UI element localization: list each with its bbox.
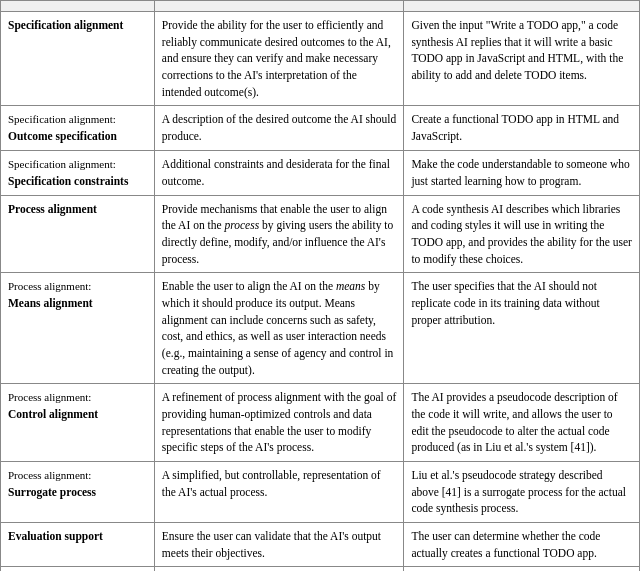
- term-prefix: Specification alignment:: [8, 158, 116, 170]
- example-text: The AI provides a pseudocode description…: [411, 391, 617, 453]
- example-cell: Liu et al.'s pseudocode strategy describ…: [404, 461, 640, 522]
- term-main: Evaluation support: [8, 530, 103, 542]
- term-cell: Specification alignment: [1, 12, 155, 106]
- definition-cell: Enable the user to align the AI on the m…: [154, 273, 404, 384]
- table-row: Specification alignmentProvide the abili…: [1, 12, 640, 106]
- definition-cell: A description of the desired outcome the…: [154, 106, 404, 151]
- example-text: Given the input "Write a TODO app," a co…: [411, 19, 623, 81]
- example-cell: Make the code understandable to someone …: [404, 150, 640, 195]
- definition-text: Ensure the user can validate that the AI…: [162, 530, 381, 559]
- definition-cell: Ensure the user can validate that the AI…: [154, 523, 404, 567]
- example-cell: The user specifies that the AI should no…: [404, 273, 640, 384]
- header-term: [1, 1, 155, 12]
- example-cell: Given the input "Write a TODO app," a co…: [404, 12, 640, 106]
- header-definition: [154, 1, 404, 12]
- term-cell: Specification alignment:Specification co…: [1, 150, 155, 195]
- term-cell: Specification alignment:Outcome specific…: [1, 106, 155, 151]
- table-row: Evaluation supportEnsure the user can va…: [1, 523, 640, 567]
- definition-cell: Additional constraints and desiderata fo…: [154, 150, 404, 195]
- example-text: Liu et al.'s pseudocode strategy describ…: [411, 469, 626, 514]
- term-main: Control alignment: [8, 408, 98, 420]
- example-cell: Synthesized code is run in a sandbox to …: [404, 567, 640, 571]
- definition-cell: A refinement of process alignment with t…: [154, 384, 404, 462]
- example-text: Make the code understandable to someone …: [411, 158, 629, 187]
- term-prefix: Specification alignment:: [8, 113, 116, 125]
- table-row: Specification alignment:Specification co…: [1, 150, 640, 195]
- term-main: Surrogate process: [8, 486, 96, 498]
- term-cell: Process alignment:Surrogate process: [1, 461, 155, 522]
- table-row: Process alignmentProvide mechanisms that…: [1, 195, 640, 273]
- main-table: Specification alignmentProvide the abili…: [0, 0, 640, 571]
- definition-cell: Ensure the user can verify the correctne…: [154, 567, 404, 571]
- definition-text: Provide mechanisms that enable the user …: [162, 203, 393, 265]
- term-prefix: Process alignment:: [8, 469, 91, 481]
- table-row: Specification alignment:Outcome specific…: [1, 106, 640, 151]
- definition-cell: A simplified, but controllable, represen…: [154, 461, 404, 522]
- example-cell: A code synthesis AI describes which libr…: [404, 195, 640, 273]
- example-cell: Create a functional TODO app in HTML and…: [404, 106, 640, 151]
- term-main: Specification alignment: [8, 19, 123, 31]
- term-cell: Process alignment:Means alignment: [1, 273, 155, 384]
- table-row: Evaluation alignment:Verification suppor…: [1, 567, 640, 571]
- header-example: [404, 1, 640, 12]
- term-cell: Evaluation support: [1, 523, 155, 567]
- term-main: Means alignment: [8, 297, 93, 309]
- example-cell: The user can determine whether the code …: [404, 523, 640, 567]
- example-cell: The AI provides a pseudocode description…: [404, 384, 640, 462]
- definition-cell: Provide the ability for the user to effi…: [154, 12, 404, 106]
- term-prefix: Process alignment:: [8, 391, 91, 403]
- example-text: The user can determine whether the code …: [411, 530, 600, 559]
- term-cell: Process alignment: [1, 195, 155, 273]
- definition-text: A simplified, but controllable, represen…: [162, 469, 381, 498]
- definition-cell: Provide mechanisms that enable the user …: [154, 195, 404, 273]
- table-row: Process alignment:Control alignmentA ref…: [1, 384, 640, 462]
- term-main: Specification constraints: [8, 175, 128, 187]
- definition-text: A description of the desired outcome the…: [162, 113, 396, 142]
- example-text: Create a functional TODO app in HTML and…: [411, 113, 619, 142]
- table-row: Process alignment:Means alignmentEnable …: [1, 273, 640, 384]
- definition-text: Additional constraints and desiderata fo…: [162, 158, 390, 187]
- example-text: The user specifies that the AI should no…: [411, 280, 599, 325]
- definition-text: A refinement of process alignment with t…: [162, 391, 396, 453]
- table-row: Process alignment:Surrogate processA sim…: [1, 461, 640, 522]
- example-text: A code synthesis AI describes which libr…: [411, 203, 631, 265]
- definition-text: Provide the ability for the user to effi…: [162, 19, 391, 98]
- definition-text: Enable the user to align the AI on the m…: [162, 280, 394, 375]
- term-prefix: Process alignment:: [8, 280, 91, 292]
- term-main: Outcome specification: [8, 130, 117, 142]
- term-cell: Process alignment:Control alignment: [1, 384, 155, 462]
- term-main: Process alignment: [8, 203, 97, 215]
- term-cell: Evaluation alignment:Verification suppor…: [1, 567, 155, 571]
